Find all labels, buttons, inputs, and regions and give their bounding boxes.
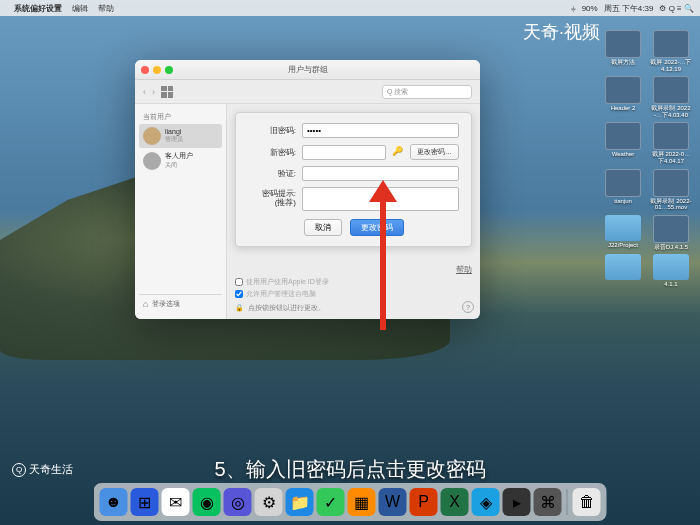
dock-item[interactable]: W	[379, 488, 407, 516]
password-sheet: 旧密码: ••••• 新密码: 🔑 更改密码… 验证: 密码提示: (推荐)	[235, 112, 472, 247]
verify-label: 验证:	[248, 168, 296, 179]
file-thumb	[605, 169, 641, 197]
search-input[interactable]: Q 搜索	[382, 85, 472, 99]
grid-view-icon[interactable]	[161, 86, 173, 98]
users-groups-window: 用户与群组 ‹ › Q 搜索 当前用户 liangi 管理员 客人用户 关闭	[135, 60, 480, 319]
sidebar-user-current[interactable]: liangi 管理员	[139, 124, 222, 148]
old-password-label: 旧密码:	[248, 125, 296, 136]
dock-item[interactable]: ◎	[224, 488, 252, 516]
icon-label: Weather	[612, 151, 635, 158]
battery-status[interactable]: 90%	[582, 4, 598, 13]
lock-icon[interactable]: 🔒	[235, 304, 244, 312]
new-password-label: 新密码:	[248, 147, 296, 158]
tutorial-caption: 5、输入旧密码后点击更改密码	[214, 456, 485, 483]
dock-item[interactable]: ⌘	[534, 488, 562, 516]
user-name: liangi	[165, 128, 183, 135]
traffic-lights[interactable]	[141, 66, 173, 74]
verify-input[interactable]	[302, 166, 459, 181]
dock-item[interactable]: X	[441, 488, 469, 516]
brand-watermark: Q 天奇生活	[12, 462, 73, 477]
new-password-input[interactable]	[302, 145, 386, 160]
sidebar-user-guest[interactable]: 客人用户 关闭	[139, 148, 222, 173]
help-icon[interactable]: ?	[462, 301, 474, 313]
desktop-icon[interactable]: 录音DJ.4.1.5	[650, 215, 692, 251]
wifi-icon[interactable]: ⏚	[571, 4, 576, 13]
file-thumb	[653, 169, 689, 197]
admin-label: 允许用户管理这台电脑	[246, 289, 316, 299]
dock-item[interactable]: ▸	[503, 488, 531, 516]
dock-item[interactable]: ⚙	[255, 488, 283, 516]
key-icon[interactable]: 🔑	[392, 146, 404, 158]
desktop-icon[interactable]: 截屏录制 2022-01…55.mov	[650, 169, 692, 211]
icon-label: 录音DJ.4.1.5	[654, 244, 688, 251]
user-name: 客人用户	[165, 151, 193, 161]
avatar	[143, 152, 161, 170]
desktop-icon[interactable]: 截屏录制 2022-…下4.03.40	[650, 76, 692, 118]
file-thumb	[653, 76, 689, 104]
login-options-label: 登录选项	[152, 299, 180, 309]
minimize-icon[interactable]	[153, 66, 161, 74]
desktop-icon[interactable]	[602, 254, 644, 288]
appleid-checkbox[interactable]	[235, 278, 243, 286]
dock-item[interactable]: ▦	[348, 488, 376, 516]
close-icon[interactable]	[141, 66, 149, 74]
status-icons[interactable]: ⚙ Q ≡ 🔍	[659, 4, 694, 13]
folder-icon	[605, 254, 641, 280]
dock-item[interactable]: ⊞	[131, 488, 159, 516]
menu-help[interactable]: 帮助	[98, 3, 114, 14]
desktop-icon[interactable]: Header 2	[602, 76, 644, 118]
dock: ☻⊞✉◉◎⚙📁✓▦WPX◈▸⌘🗑	[94, 483, 607, 521]
dock-item[interactable]: ✓	[317, 488, 345, 516]
icon-label: 截屏录制 2022-…下4.03.40	[650, 105, 692, 118]
login-options[interactable]: ⌂ 登录选项	[139, 294, 222, 313]
user-role: 管理员	[165, 135, 183, 144]
dock-item[interactable]: ☻	[100, 488, 128, 516]
icon-label: 截屏录制 2022-01…55.mov	[650, 198, 692, 211]
dock-item[interactable]: P	[410, 488, 438, 516]
zoom-icon[interactable]	[165, 66, 173, 74]
lock-text: 点按锁按钮以进行更改。	[248, 303, 325, 313]
back-button[interactable]: ‹	[143, 87, 146, 97]
app-menu[interactable]: 系统偏好设置	[14, 3, 62, 14]
dock-item[interactable]: ◉	[193, 488, 221, 516]
dock-item[interactable]: ✉	[162, 488, 190, 516]
desktop-icon[interactable]: Weather	[602, 122, 644, 164]
main-panel: 旧密码: ••••• 新密码: 🔑 更改密码… 验证: 密码提示: (推荐)	[227, 104, 480, 319]
help-link[interactable]: 帮助	[235, 264, 472, 275]
file-thumb	[605, 122, 641, 150]
cancel-button[interactable]: 取消	[304, 219, 342, 236]
admin-checkbox[interactable]	[235, 290, 243, 298]
desktop-icon[interactable]: 截屏 2022-…下4.12.19	[650, 30, 692, 72]
forward-button[interactable]: ›	[152, 87, 155, 97]
dock-item[interactable]: 🗑	[573, 488, 601, 516]
icon-label: 4.1.1	[664, 281, 677, 288]
folder-icon	[605, 215, 641, 241]
menubar: 系统偏好设置 编辑 帮助 ⏚ 90% 周五 下午4:39 ⚙ Q ≡ 🔍	[0, 0, 700, 16]
desktop-icon[interactable]: 4.1.1	[650, 254, 692, 288]
desktop-icon[interactable]: J22/Project	[602, 215, 644, 251]
change-password-side-button[interactable]: 更改密码…	[410, 144, 459, 160]
clock[interactable]: 周五 下午4:39	[604, 3, 654, 14]
desktop-icon[interactable]: tianjun	[602, 169, 644, 211]
icon-label: 截屏方法	[611, 59, 635, 66]
file-thumb	[605, 30, 641, 58]
appleid-label: 使用用户使用Apple ID登录	[246, 277, 329, 287]
desktop-icon[interactable]: 截屏 2022-0…下4.04.17	[650, 122, 692, 164]
brand-text: 天奇生活	[29, 462, 73, 477]
file-thumb	[653, 30, 689, 58]
dock-item[interactable]: ◈	[472, 488, 500, 516]
icon-label: Header 2	[611, 105, 636, 112]
icon-label: 截屏 2022-…下4.12.19	[650, 59, 692, 72]
window-titlebar[interactable]: 用户与群组	[135, 60, 480, 80]
sidebar-section-label: 当前用户	[139, 110, 222, 124]
desktop-icon[interactable]: 截屏方法	[602, 30, 644, 72]
old-password-input[interactable]: •••••	[302, 123, 459, 138]
video-watermark: 天奇·视频	[523, 20, 600, 44]
dock-item[interactable]: 📁	[286, 488, 314, 516]
user-role: 关闭	[165, 161, 193, 170]
file-thumb	[653, 122, 689, 150]
change-password-button[interactable]: 更改密码	[350, 219, 404, 236]
file-thumb	[653, 215, 689, 243]
menu-edit[interactable]: 编辑	[72, 3, 88, 14]
icon-label: J22/Project	[608, 242, 638, 249]
